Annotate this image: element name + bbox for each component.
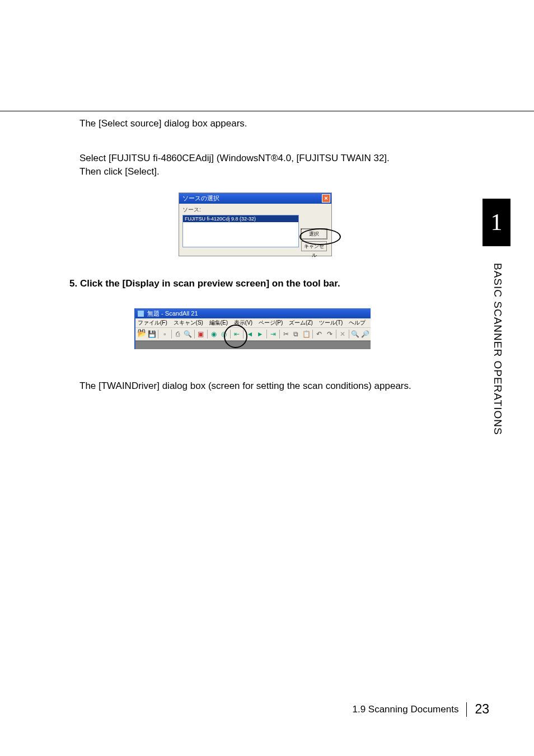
toolbar-separator xyxy=(158,330,158,339)
footer-page-number: 23 xyxy=(475,702,489,717)
chapter-tab-label: BASIC SCANNER OPERATIONS xyxy=(491,263,504,459)
scandall-titlebar: 無題 - ScandAll 21 xyxy=(135,308,371,318)
new-doc-icon[interactable]: ▫ xyxy=(160,329,169,339)
toolbar-separator xyxy=(266,330,267,339)
footer-separator xyxy=(466,702,467,717)
select-source-buttons: 選択 キャンセル xyxy=(301,206,328,252)
scandall-client-area xyxy=(135,341,371,349)
copy-icon[interactable]: ⧉ xyxy=(292,329,301,339)
paste-icon[interactable]: 📋 xyxy=(302,329,311,339)
delete-icon[interactable]: ✕ xyxy=(338,329,347,339)
paragraph-select-fujitsu: Select [FUJITSU fi-4860CEAdij] (WindowsN… xyxy=(79,152,390,179)
page-prev-icon[interactable]: ◄ xyxy=(245,329,254,339)
para2-line1: Select [FUJITSU fi-4860CEAdij] (WindowsN… xyxy=(79,153,390,163)
scandall-title: 無題 - ScandAll 21 xyxy=(147,310,198,317)
toolbar-separator xyxy=(279,330,280,339)
menu-view[interactable]: 表示(V) xyxy=(234,320,252,326)
toolbar-separator xyxy=(194,330,195,339)
open-icon[interactable]: 📂 xyxy=(137,329,146,339)
toolbar-separator xyxy=(349,330,349,339)
para2-line2: Then click [Select]. xyxy=(79,166,160,177)
menu-page[interactable]: ページ(P) xyxy=(259,320,283,326)
print-icon[interactable]: ⎙ xyxy=(173,329,182,339)
paragraph-select-source-appears: The [Select source] dialog box appears. xyxy=(79,117,247,130)
scandall-toolbar: 📂 💾 ▫ ⎙ 🔍 ▣ ◉ ◎ ⇤ ◄ ► ⇥ ✂ ⧉ 📋 ↶ ↷ ✕ 🔍 🔎 xyxy=(135,328,371,341)
scandall-menubar: ファイル(F) スキャン(S) 編集(E) 表示(V) ページ(P) ズーム(Z… xyxy=(135,318,371,328)
page-first-icon[interactable]: ⇤ xyxy=(232,329,241,339)
select-source-left: ソース: FUJITSU fi-4120Cdj 9.8 (32-32) xyxy=(182,206,301,252)
page-next-icon[interactable]: ► xyxy=(255,329,264,339)
source-label: ソース: xyxy=(182,206,301,214)
select-source-dialog: ソースの選択 × ソース: FUJITSU fi-4120Cdj 9.8 (32… xyxy=(179,192,332,256)
select-source-titlebar: ソースの選択 × xyxy=(179,193,331,204)
menu-tool[interactable]: ツール(T) xyxy=(319,320,343,326)
scanner-icon[interactable]: ▣ xyxy=(196,329,205,339)
zoom-out-icon[interactable]: 🔎 xyxy=(361,329,370,339)
toolbar-separator xyxy=(312,330,313,339)
scan-new-icon[interactable]: ◎ xyxy=(219,329,228,339)
cancel-button[interactable]: キャンセル xyxy=(301,241,327,251)
menu-zoom[interactable]: ズーム(Z) xyxy=(289,320,313,326)
cut-icon[interactable]: ✂ xyxy=(282,329,291,339)
close-button[interactable]: × xyxy=(322,194,330,203)
top-horizontal-rule xyxy=(0,111,534,111)
toolbar-separator xyxy=(230,330,231,339)
toolbar-separator xyxy=(207,330,208,339)
menu-scan[interactable]: スキャン(S) xyxy=(174,320,203,326)
source-list[interactable]: FUJITSU fi-4120Cdj 9.8 (32-32) xyxy=(182,215,299,247)
rotate-left-icon[interactable]: ↶ xyxy=(315,329,324,339)
menu-edit[interactable]: 編集(E) xyxy=(209,320,228,326)
zoom-in-icon[interactable]: 🔍 xyxy=(351,329,360,339)
toolbar-separator xyxy=(336,330,336,339)
paragraph-twain-driver-appears: The [TWAINDriver] dialog box (screen for… xyxy=(79,379,411,393)
source-list-item[interactable]: FUJITSU fi-4120Cdj 9.8 (32-32) xyxy=(183,215,298,222)
step-5-heading: 5. Click the [Display in scan preview sc… xyxy=(69,278,340,289)
select-button[interactable]: 選択 xyxy=(301,229,327,239)
toolbar-separator xyxy=(171,330,172,339)
select-source-title: ソースの選択 xyxy=(182,195,219,201)
footer-section: 1.9 Scanning Documents xyxy=(352,704,458,715)
toolbar-separator xyxy=(243,330,243,339)
menu-file[interactable]: ファイル(F) xyxy=(138,320,167,326)
select-source-body: ソース: FUJITSU fi-4120Cdj 9.8 (32-32) 選択 キ… xyxy=(179,204,331,256)
scandall-window: 無題 - ScandAll 21 ファイル(F) スキャン(S) 編集(E) 表… xyxy=(134,308,371,349)
scan-preview-icon[interactable]: ◉ xyxy=(209,329,218,339)
chapter-tab-number: 1 xyxy=(483,199,510,246)
page-last-icon[interactable]: ⇥ xyxy=(269,329,278,339)
preview-icon[interactable]: 🔍 xyxy=(184,329,193,339)
save-icon[interactable]: 💾 xyxy=(147,329,156,339)
page-footer: 1.9 Scanning Documents 23 xyxy=(352,702,489,717)
rotate-right-icon[interactable]: ↷ xyxy=(325,329,334,339)
scandall-app-icon xyxy=(138,311,144,317)
